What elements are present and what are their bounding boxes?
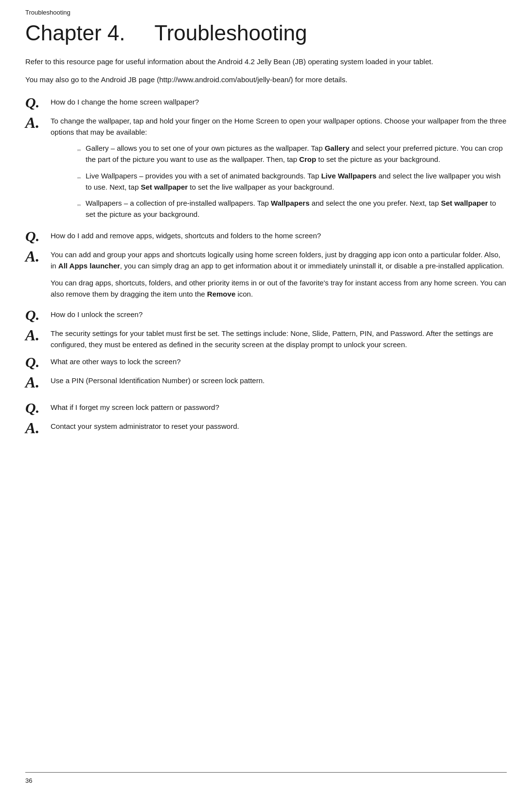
question-text-1: How do I change the home screen wallpape…	[51, 94, 199, 107]
q-label-4: Q.	[25, 354, 51, 370]
qa-item-1: Q. How do I change the home screen wallp…	[25, 94, 507, 225]
chapter-title: Chapter 4. Troubleshooting	[25, 21, 507, 45]
answer-row-2: A. You can add and group your apps and s…	[25, 247, 507, 303]
bullet-item-1-3: ,, Wallpapers – a collection of pre-inst…	[70, 197, 507, 220]
question-row-1: Q. How do I change the home screen wallp…	[25, 94, 507, 110]
header-label: Troubleshooting	[25, 9, 507, 16]
bullet-item-1-1: ,, Gallery – allows you to set one of yo…	[70, 142, 507, 165]
answer-text-5: Contact your system administrator to res…	[51, 419, 239, 432]
question-row-2: Q. How do I add and remove apps, widgets…	[25, 228, 507, 244]
q-label-5: Q.	[25, 400, 51, 416]
answer-text-3: The security settings for your tablet mu…	[51, 326, 507, 351]
a-label-3: A.	[25, 326, 51, 344]
answer-text-2: You can add and group your apps and shor…	[51, 247, 507, 303]
question-text-4: What are other ways to lock the screen?	[51, 354, 181, 367]
a-label-5: A.	[25, 419, 51, 437]
answer-row-1: A. To change the wallpaper, tap and hold…	[25, 113, 507, 225]
bullet-mark-1-2: ,,	[70, 170, 86, 181]
bullet-content-1-1: Gallery – allows you to set one of your …	[86, 142, 507, 165]
question-text-5: What if I forget my screen lock pattern …	[51, 400, 219, 413]
question-row-5: Q. What if I forget my screen lock patte…	[25, 400, 507, 416]
intro-paragraph-2: You may also go to the Android JB page (…	[25, 74, 507, 85]
bullet-list-1: ,, Gallery – allows you to set one of yo…	[70, 142, 507, 220]
q-label-2: Q.	[25, 228, 51, 244]
bullet-content-1-2: Live Wallpapers – provides you with a se…	[86, 170, 507, 193]
question-row-4: Q. What are other ways to lock the scree…	[25, 354, 507, 370]
answer-text-1: To change the wallpaper, tap and hold yo…	[51, 113, 507, 225]
qa-item-5: Q. What if I forget my screen lock patte…	[25, 400, 507, 437]
chapter-title-text: Troubleshooting	[154, 21, 307, 45]
question-text-2: How do I add and remove apps, widgets, s…	[51, 228, 321, 241]
a-label-4: A.	[25, 373, 51, 391]
a-label-2: A.	[25, 247, 51, 265]
qa-item-4: Q. What are other ways to lock the scree…	[25, 354, 507, 391]
question-row-3: Q. How do I unlock the screen?	[25, 307, 507, 323]
q-label-3: Q.	[25, 307, 51, 323]
bullet-item-1-2: ,, Live Wallpapers – provides you with a…	[70, 170, 507, 193]
footer-page-number: 36	[25, 777, 32, 784]
question-text-3: How do I unlock the screen?	[51, 307, 142, 320]
qa-item-2: Q. How do I add and remove apps, widgets…	[25, 228, 507, 303]
answer-text-4: Use a PIN (Personal Identification Numbe…	[51, 373, 265, 386]
answer-extra-2: You can drag apps, shortcuts, folders, a…	[51, 277, 507, 300]
bullet-content-1-3: Wallpapers – a collection of pre-install…	[86, 197, 507, 220]
qa-item-3: Q. How do I unlock the screen? A. The se…	[25, 307, 507, 351]
page-container: Troubleshooting Chapter 4. Troubleshooti…	[0, 0, 532, 794]
a-label-1: A.	[25, 113, 51, 131]
answer-row-3: A. The security settings for your tablet…	[25, 326, 507, 351]
intro-paragraph-1: Refer to this resource page for useful i…	[25, 56, 507, 67]
answer-row-5: A. Contact your system administrator to …	[25, 419, 507, 437]
answer-intro-2: You can add and group your apps and shor…	[51, 250, 504, 270]
chapter-number: Chapter 4.	[25, 21, 125, 45]
bullet-mark-1-3: ,,	[70, 197, 86, 208]
footer-line	[25, 772, 507, 773]
answer-row-4: A. Use a PIN (Personal Identification Nu…	[25, 373, 507, 391]
answer-intro-1: To change the wallpaper, tap and hold yo…	[51, 117, 506, 136]
q-label-1: Q.	[25, 94, 51, 110]
bullet-mark-1-1: ,,	[70, 142, 86, 153]
